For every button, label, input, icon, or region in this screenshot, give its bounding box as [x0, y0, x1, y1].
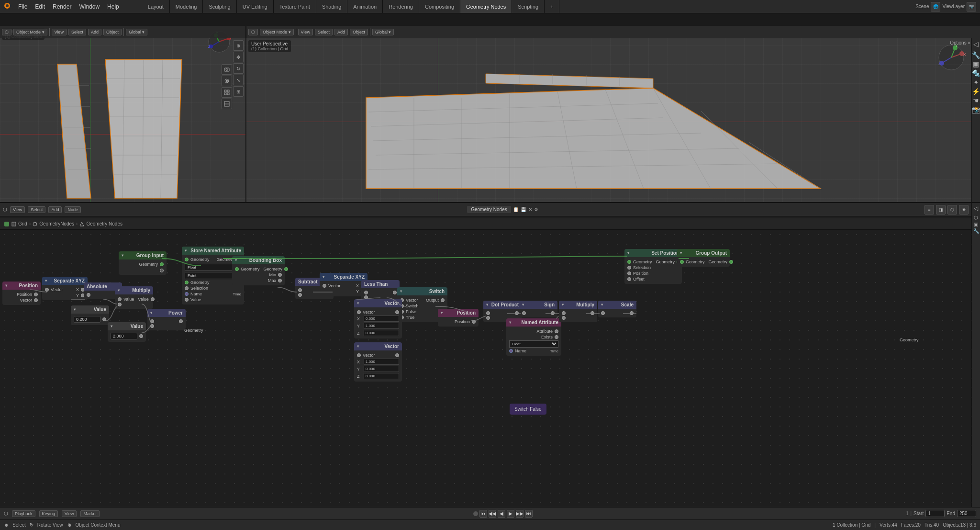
scale-collapse[interactable]: ▾ — [601, 303, 603, 307]
vp-object-btn[interactable]: Object — [103, 29, 122, 35]
right-vp-object-mode[interactable]: Object Mode ▾ — [260, 29, 294, 35]
node-vector1[interactable]: ▾ Vector Vector X 0.000 — [354, 299, 402, 338]
node-view-icon4[interactable]: 👁 — [959, 205, 969, 214]
vec1-z-val[interactable]: 0.000 — [364, 330, 399, 336]
right-viewport[interactable]: ⬡ Object Mode ▾ View Select Add Object G… — [246, 26, 980, 202]
vec2-collapse[interactable]: ▾ — [357, 344, 359, 349]
viewport-icon[interactable] — [222, 87, 232, 98]
node-separate-xyz-top[interactable]: ▾ Separate XYZ Vector X Y — [320, 273, 368, 296]
tab-uv-editing[interactable]: UV Editing — [237, 0, 274, 13]
step-fwd-btn[interactable]: ▶▶ — [516, 510, 523, 518]
node-view-icon2[interactable]: ◨ — [936, 205, 946, 214]
step-back-btn[interactable]: ◀◀ — [489, 510, 496, 518]
vec1-collapse[interactable]: ▾ — [357, 301, 359, 305]
keying-btn[interactable]: Keying — [39, 510, 58, 517]
mult2-collapse[interactable]: ▾ — [562, 303, 564, 307]
tab-add[interactable]: + — [545, 0, 559, 13]
pos2-collapse[interactable]: ▾ — [441, 311, 443, 315]
grid-icon[interactable] — [222, 99, 232, 109]
playback-btn[interactable]: Playback — [12, 510, 35, 517]
blender-menu[interactable] — [0, 1, 14, 11]
node-group-output[interactable]: ▾ Group Output Geometry Geometry — [677, 249, 730, 267]
tab-modeling[interactable]: Modeling — [170, 0, 203, 13]
bbox-collapse[interactable]: ▾ — [235, 258, 237, 262]
right-vp-global[interactable]: Global ▾ — [372, 29, 394, 35]
vec2-y-val[interactable]: 0.000 — [364, 366, 399, 372]
node-less-than[interactable]: Less Than — [361, 280, 400, 302]
render-icon[interactable] — [222, 76, 232, 86]
val2-input[interactable]: 2.000 — [111, 333, 137, 339]
window-menu[interactable]: Window — [75, 2, 103, 11]
node-panel-icon4[interactable]: 🔧 — [973, 228, 979, 234]
tab-sculpting[interactable]: Sculpting — [203, 0, 236, 13]
edit-menu[interactable]: Edit — [31, 2, 49, 11]
scene-icon[interactable]: 🌐 — [931, 2, 940, 11]
help-menu[interactable]: Help — [103, 2, 123, 11]
tab-animation[interactable]: Animation — [347, 0, 383, 13]
rotate-tool[interactable]: ↻ — [233, 63, 244, 74]
view-layer-icon[interactable]: 📷 — [967, 2, 976, 11]
group-out-collapse[interactable]: ▾ — [680, 251, 682, 255]
node-close-icon[interactable]: ✕ — [528, 207, 532, 212]
jump-start-btn[interactable]: ⏮ — [479, 510, 487, 518]
move-tool[interactable]: ✥ — [233, 52, 244, 62]
vp-view-mode[interactable]: ⬡ — [2, 29, 11, 35]
named-attr-collapse[interactable]: ▾ — [509, 320, 511, 325]
end-frame-input[interactable] — [957, 510, 976, 517]
pow-collapse[interactable]: ▾ — [150, 311, 152, 315]
left-viewport[interactable]: ⬡ Object Mode ▾ View Select Add Object G… — [0, 26, 246, 202]
node-panel-icon1[interactable]: ◁ — [974, 205, 978, 212]
node-panel-icon2[interactable]: ⬡ — [974, 215, 978, 220]
node-add-btn[interactable]: Add — [48, 206, 62, 213]
camera-icon[interactable] — [222, 64, 232, 75]
set-pos-collapse[interactable]: ▾ — [627, 251, 629, 255]
node-select-btn[interactable]: Select — [28, 206, 45, 213]
node-position[interactable]: ▾ Position Position Vector — [2, 282, 41, 305]
vp-add-btn[interactable]: Add — [88, 29, 101, 35]
node-multiply2[interactable]: ▾ Multiply — [559, 301, 597, 322]
record-btn[interactable] — [473, 511, 478, 516]
node-editor[interactable]: ⬡ View Select Add Node Geometry Nodes 📋 … — [0, 203, 971, 519]
view-btn[interactable]: View — [62, 510, 77, 517]
render-menu[interactable]: Render — [49, 2, 75, 11]
dot-collapse[interactable]: ▾ — [486, 303, 488, 307]
node-value-0200[interactable]: ▾ Value 0.200 — [71, 305, 109, 325]
modifier-icon[interactable]: 🔩 — [972, 69, 980, 77]
right-vp-object[interactable]: Object — [350, 29, 368, 35]
start-frame-input[interactable] — [925, 510, 945, 517]
marker-btn[interactable]: Marker — [80, 510, 100, 517]
node-sign[interactable]: ▾ Sign — [519, 301, 557, 317]
breadcrumb-grid[interactable]: Grid — [11, 221, 27, 226]
right-vp-view[interactable]: View — [298, 29, 313, 35]
physics-icon[interactable]: ⚡ — [972, 88, 980, 95]
sep-xyz-bl-collapse[interactable]: ▾ — [45, 279, 47, 283]
node-value-2000[interactable]: ▾ Value 2.000 — [108, 322, 146, 342]
jump-end-btn[interactable]: ⏭ — [525, 510, 533, 518]
breadcrumb-final[interactable]: Geometry Nodes — [79, 221, 122, 226]
play-btn[interactable]: ▶ — [507, 510, 514, 518]
particles-icon[interactable]: ✦ — [973, 79, 979, 86]
node-bounding-box[interactable]: ▾ Bounding Box Geometry Geometry Min — [232, 256, 285, 285]
node-multiply[interactable]: ▾ Multiply Value Value — [115, 286, 153, 309]
obj-props-icon[interactable]: ▣ — [973, 60, 979, 68]
vec1-x-val[interactable]: 0.000 — [364, 316, 399, 322]
val2-collapse[interactable]: ▾ — [111, 324, 112, 328]
node-copy-icon[interactable]: 📋 — [513, 207, 519, 212]
vec1-y-val[interactable]: 1.000 — [364, 323, 399, 329]
mult-collapse[interactable]: ▾ — [118, 288, 120, 293]
vp-select-btn[interactable]: Select — [68, 29, 86, 35]
collapse-icon[interactable]: ◁ — [973, 40, 979, 48]
group-input-collapse[interactable]: ▾ — [122, 253, 123, 258]
nodes-canvas[interactable]: ▾ Group Input Geometry — [0, 230, 971, 519]
vp-object-mode[interactable]: Object Mode ▾ — [13, 29, 47, 35]
node-power[interactable]: ▾ Power — [147, 309, 186, 330]
vec2-x-val[interactable]: 1.000 — [364, 359, 399, 365]
sign-collapse[interactable]: ▾ — [522, 303, 524, 307]
node-view-btn[interactable]: View — [10, 206, 25, 213]
tab-layout[interactable]: Layout — [142, 0, 170, 13]
vec2-z-val[interactable]: 0.000 — [364, 373, 399, 379]
vp-global[interactable]: Global ▾ — [126, 29, 148, 35]
right-vp-add[interactable]: Add — [334, 29, 348, 35]
node-vector2[interactable]: ▾ Vector Vector X 1.000 — [354, 342, 402, 382]
breadcrumb-geo-nodes[interactable]: GeometryNodes — [33, 221, 74, 226]
